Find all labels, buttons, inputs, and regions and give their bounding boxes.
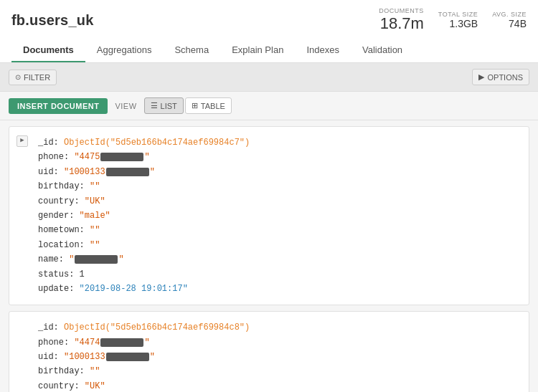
table-label: TABLE — [201, 102, 225, 110]
app-container: fb.users_uk DOCUMENTS 18.7m TOTAL SIZE 1… — [0, 0, 538, 392]
field-status: status: 1 — [38, 267, 519, 282]
insert-document-button[interactable]: INSERT DOCUMENT — [9, 98, 108, 114]
field-phone: phone: "4475 " — [38, 150, 519, 164]
total-size-stat: TOTAL SIZE 1.3GB — [438, 11, 478, 29]
view-list-button[interactable]: ☰ LIST — [144, 97, 184, 114]
redacted-phone — [100, 338, 143, 347]
document-card: ▶ _id: ObjectId("5d5eb166b4c174aef69984c… — [9, 126, 529, 305]
list-label: LIST — [161, 102, 177, 110]
field-id: _id: ObjectId("5d5eb166b4c174aef69984c7"… — [38, 135, 519, 150]
filter-icon: ⊙ — [15, 73, 21, 81]
filter-label: FILTER — [24, 73, 50, 82]
avg-size-label: AVG. SIZE — [492, 11, 527, 18]
doc-expand-button[interactable]: ▶ — [16, 135, 28, 147]
documents-stat: DOCUMENTS 18.7m — [379, 7, 424, 33]
documents-label: DOCUMENTS — [379, 7, 424, 14]
field-country: country: "UK" — [38, 194, 519, 209]
redacted-phone — [100, 153, 143, 161]
total-size-label: TOTAL SIZE — [438, 11, 478, 18]
field-hometown: hometown: "" — [38, 223, 519, 237]
header: fb.users_uk DOCUMENTS 18.7m TOTAL SIZE 1… — [0, 0, 538, 63]
view-label: VIEW — [115, 102, 136, 110]
size-stats: TOTAL SIZE 1.3GB AVG. SIZE 74B — [438, 11, 527, 29]
field-birthday: birthday: "" — [38, 364, 519, 378]
collection-title: fb.users_uk — [11, 12, 93, 29]
field-gender: gender: "male" — [38, 209, 519, 223]
list-icon: ☰ — [151, 101, 158, 110]
options-button[interactable]: ▶ OPTIONS — [472, 69, 529, 85]
documents-container: ▶ _id: ObjectId("5d5eb166b4c174aef69984c… — [0, 120, 538, 392]
field-uid: uid: "1000133 " — [38, 350, 519, 364]
avg-size-value: 74B — [509, 18, 527, 29]
avg-size-stat: AVG. SIZE 74B — [492, 11, 527, 29]
options-label: OPTIONS — [487, 73, 523, 82]
tabs: Documents Aggregations Schema Explain Pl… — [11, 39, 527, 62]
redacted-name — [75, 255, 118, 264]
documents-value: 18.7m — [380, 14, 424, 33]
options-arrow-icon: ▶ — [478, 72, 484, 82]
table-icon: ⊞ — [192, 101, 198, 110]
field-update: update: "2019-08-28 19:01:17" — [38, 282, 519, 296]
action-bar: INSERT DOCUMENT VIEW ☰ LIST ⊞ TABLE — [0, 92, 538, 120]
field-phone: phone: "4474 " — [38, 335, 519, 350]
header-top: fb.users_uk DOCUMENTS 18.7m TOTAL SIZE 1… — [11, 7, 527, 39]
tab-indexes[interactable]: Indexes — [295, 39, 351, 62]
field-country: country: "UK" — [38, 379, 519, 392]
field-birthday: birthday: "" — [38, 179, 519, 193]
tab-aggregations[interactable]: Aggregations — [85, 39, 164, 62]
document-card: _id: ObjectId("5d5eb166b4c174aef69984c8"… — [9, 311, 529, 392]
tab-validation[interactable]: Validation — [351, 39, 414, 62]
redacted-uid — [106, 168, 149, 176]
filter-button[interactable]: ⊙ FILTER — [9, 70, 57, 85]
redacted-uid — [106, 353, 149, 361]
header-stats: DOCUMENTS 18.7m TOTAL SIZE 1.3GB AVG. SI… — [379, 7, 527, 33]
tab-documents[interactable]: Documents — [11, 39, 85, 62]
total-size-value: 1.3GB — [449, 18, 478, 29]
field-location: location: "" — [38, 238, 519, 252]
field-id: _id: ObjectId("5d5eb166b4c174aef69984c8"… — [38, 320, 519, 335]
field-uid: uid: "1000133 " — [38, 165, 519, 179]
tab-explain-plan[interactable]: Explain Plan — [220, 39, 295, 62]
filter-toolbar: ⊙ FILTER ▶ OPTIONS — [0, 63, 538, 92]
tab-schema[interactable]: Schema — [163, 39, 220, 62]
view-table-button[interactable]: ⊞ TABLE — [185, 97, 232, 114]
view-options: ☰ LIST ⊞ TABLE — [144, 97, 232, 114]
field-name: name: " " — [38, 252, 519, 267]
